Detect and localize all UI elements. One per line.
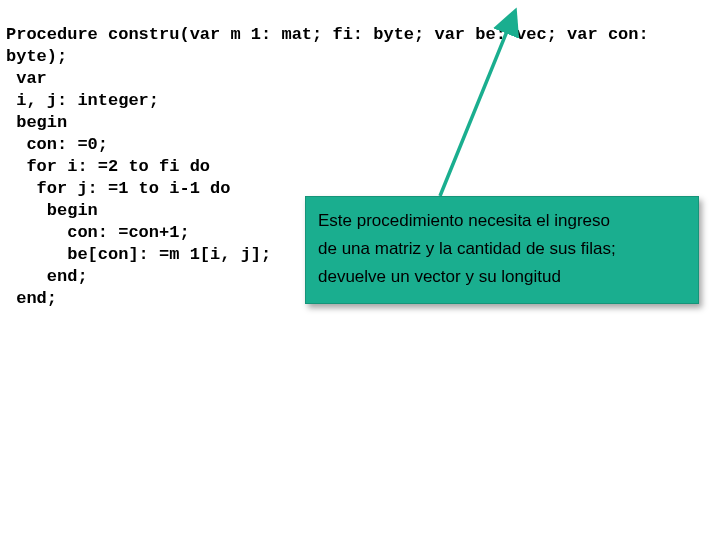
code-line: con: =con+1; — [6, 223, 190, 242]
code-line: for j: =1 to i-1 do — [6, 179, 230, 198]
code-line: for i: =2 to fi do — [6, 157, 210, 176]
callout-box: Este procedimiento necesita el ingreso d… — [305, 196, 699, 304]
code-line: begin — [6, 201, 98, 220]
callout-line: de una matriz y la cantidad de sus filas… — [318, 235, 686, 263]
code-line: be[con]: =m 1[i, j]; — [6, 245, 271, 264]
code-line: Procedure constru(var m 1: mat; fi: byte… — [6, 25, 649, 44]
code-line: end; — [6, 267, 88, 286]
callout-line: devuelve un vector y su longitud — [318, 263, 686, 291]
code-line: con: =0; — [6, 135, 108, 154]
code-line: var — [6, 69, 47, 88]
code-line: end; — [6, 289, 57, 308]
code-line: begin — [6, 113, 67, 132]
code-line: i, j: integer; — [6, 91, 159, 110]
callout-line: Este procedimiento necesita el ingreso — [318, 207, 686, 235]
slide: Procedure constru(var m 1: mat; fi: byte… — [0, 0, 720, 540]
code-line: byte); — [6, 47, 67, 66]
